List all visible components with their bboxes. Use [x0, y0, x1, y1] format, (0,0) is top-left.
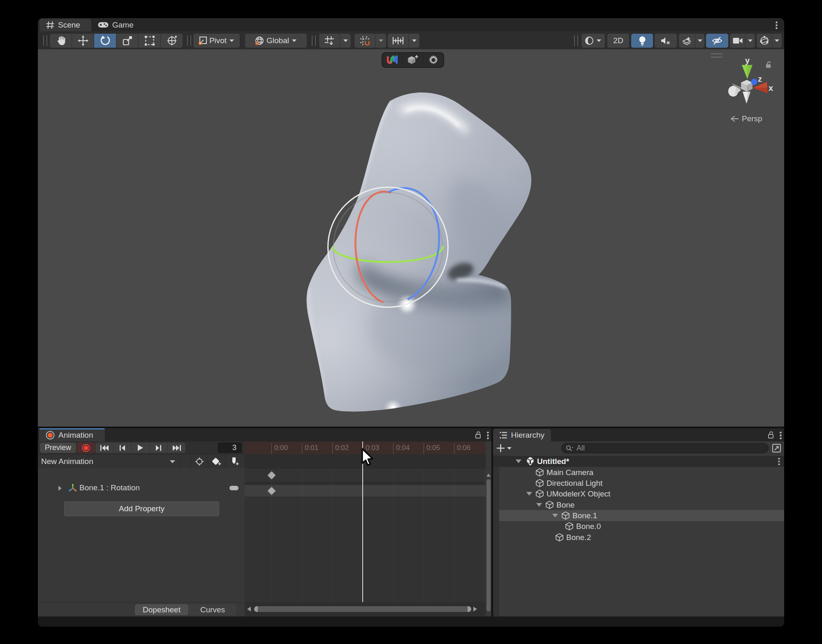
- gizmos-dropdown[interactable]: [772, 34, 782, 48]
- shading-mode-button[interactable]: [581, 34, 605, 48]
- scroll-up-icon[interactable]: [486, 473, 491, 477]
- next-key-button[interactable]: [150, 443, 167, 453]
- add-event-button[interactable]: [225, 455, 244, 468]
- axis-z-label[interactable]: z: [758, 74, 762, 83]
- foldout-icon[interactable]: [536, 503, 542, 507]
- prev-key-button[interactable]: [113, 443, 131, 453]
- audio-mute-button[interactable]: [655, 34, 677, 48]
- add-property-button[interactable]: Add Property: [64, 501, 219, 516]
- property-enabled-toggle[interactable]: [229, 486, 238, 490]
- tree-row-umodelerx-object[interactable]: UModelerX Object: [493, 488, 784, 499]
- curves-tab-button[interactable]: Curves: [189, 604, 236, 615]
- rotate-tool-button[interactable]: [94, 34, 116, 48]
- hierarchy-lock-button[interactable]: [768, 431, 774, 439]
- pick-window-icon[interactable]: [772, 443, 781, 453]
- tab-game[interactable]: Game: [91, 19, 141, 31]
- snap-dropdown[interactable]: [375, 34, 386, 48]
- frame-field[interactable]: 3: [218, 443, 242, 453]
- tree-label: Untitled*: [537, 457, 569, 466]
- hand-tool-button[interactable]: [50, 34, 72, 48]
- foldout-icon[interactable]: [552, 514, 558, 517]
- view-lock-icon[interactable]: [766, 61, 772, 68]
- tree-row-bone[interactable]: Bone: [493, 499, 784, 510]
- animation-menu-button[interactable]: [487, 432, 489, 439]
- toolbar-grip-2[interactable]: [187, 35, 191, 46]
- grid-snap-button[interactable]: [319, 34, 340, 48]
- rect-tool-button[interactable]: [139, 34, 160, 48]
- property-row[interactable]: Bone.1 : Rotation: [38, 481, 245, 495]
- scale-tool-button[interactable]: [116, 34, 138, 48]
- add-keyframe-button[interactable]: [208, 455, 225, 468]
- toolbar-grip-right[interactable]: [574, 35, 578, 46]
- vscroll-thumb[interactable]: [486, 479, 491, 612]
- dopesheet-tab-button[interactable]: Dopesheet: [135, 604, 188, 615]
- tree-row-bone0[interactable]: Bone.0: [493, 521, 784, 532]
- tree-row-directional-light[interactable]: Directional Light: [493, 478, 784, 489]
- tree-row-main-camera[interactable]: Main Camera: [493, 467, 784, 478]
- axis-y-label[interactable]: y: [745, 56, 750, 65]
- toolbar-grip[interactable]: [43, 35, 47, 46]
- tab-animation[interactable]: Animation: [39, 429, 105, 441]
- preview-button[interactable]: Preview: [40, 443, 76, 453]
- playhead-line[interactable]: [362, 454, 363, 602]
- focus-keyframe-button[interactable]: [190, 455, 208, 468]
- hscroll-thumb[interactable]: [254, 606, 471, 612]
- property-foldout-icon[interactable]: [58, 485, 62, 491]
- projection-toggle[interactable]: Persp: [729, 114, 762, 123]
- tree-row-bone2[interactable]: Bone.2: [493, 532, 784, 543]
- dopesheet-property-row: [245, 485, 486, 496]
- record-button[interactable]: [77, 443, 95, 453]
- dopesheet-area[interactable]: [245, 454, 486, 602]
- umodelerx-button[interactable]: [382, 53, 403, 67]
- scroll-left-icon[interactable]: [247, 607, 251, 612]
- create-object-button[interactable]: [403, 53, 423, 67]
- 2d-toggle-button[interactable]: 2D: [607, 34, 629, 48]
- effects-dropdown[interactable]: [695, 34, 704, 48]
- tab-hierarchy[interactable]: Hierarchy: [493, 429, 551, 441]
- overlay-drag-handle[interactable]: [711, 53, 722, 58]
- move-tool-button[interactable]: [72, 34, 94, 48]
- umodeler-settings-button[interactable]: [423, 53, 443, 67]
- hierarchy-menu-button[interactable]: [780, 432, 782, 439]
- hierarchy-search-field[interactable]: All: [561, 443, 769, 453]
- toolbar-grip-3[interactable]: [312, 35, 316, 46]
- grid-snap-dropdown[interactable]: [340, 34, 351, 48]
- scene-row-menu-icon[interactable]: [778, 458, 780, 465]
- gizmos-button[interactable]: [757, 34, 772, 48]
- hscroll-thumb-right-cap[interactable]: [468, 606, 471, 612]
- transform-tool-button[interactable]: [161, 34, 183, 48]
- axis-x-label[interactable]: x: [769, 83, 773, 92]
- scene-viewport[interactable]: y z x: [38, 49, 784, 427]
- increment-snap-button[interactable]: [388, 34, 408, 48]
- dopesheet-hscrollbar[interactable]: [245, 602, 486, 616]
- add-object-button[interactable]: [496, 444, 505, 452]
- pivot-mode-button[interactable]: Pivot: [193, 34, 240, 48]
- tree-row-bone1[interactable]: Bone.1: [499, 510, 784, 521]
- hidden-objects-button[interactable]: [706, 34, 728, 48]
- add-object-dropdown-icon[interactable]: [507, 447, 512, 450]
- play-button[interactable]: [132, 443, 149, 453]
- lighting-toggle-button[interactable]: [631, 34, 653, 48]
- tab-scene[interactable]: Scene: [39, 19, 91, 31]
- clip-dropdown[interactable]: New Animation: [41, 455, 93, 468]
- snap-toggle-button[interactable]: [354, 34, 375, 48]
- scroll-right-icon[interactable]: [473, 607, 477, 612]
- foldout-icon[interactable]: [516, 459, 521, 463]
- chevron-down-icon: [412, 39, 417, 42]
- goto-start-button[interactable]: [95, 443, 113, 453]
- increment-snap-dropdown[interactable]: [409, 34, 419, 48]
- effects-button[interactable]: [679, 34, 695, 48]
- dopesheet-vscrollbar[interactable]: [486, 441, 491, 616]
- camera-settings-dropdown[interactable]: [746, 34, 755, 48]
- foldout-icon[interactable]: [526, 492, 532, 496]
- globe-icon: [255, 36, 264, 45]
- hscroll-thumb-left-cap[interactable]: [254, 606, 258, 612]
- scene-menu-button[interactable]: [776, 21, 778, 29]
- camera-settings-button[interactable]: [730, 34, 745, 48]
- goto-end-button[interactable]: [168, 443, 185, 453]
- effects-stars-icon: [682, 36, 692, 46]
- tree-row-scene[interactable]: Untitled*: [493, 456, 784, 467]
- clip-dropdown-arrow[interactable]: [169, 460, 176, 464]
- animation-lock-button[interactable]: [475, 431, 482, 439]
- orientation-mode-button[interactable]: Global: [245, 34, 307, 48]
